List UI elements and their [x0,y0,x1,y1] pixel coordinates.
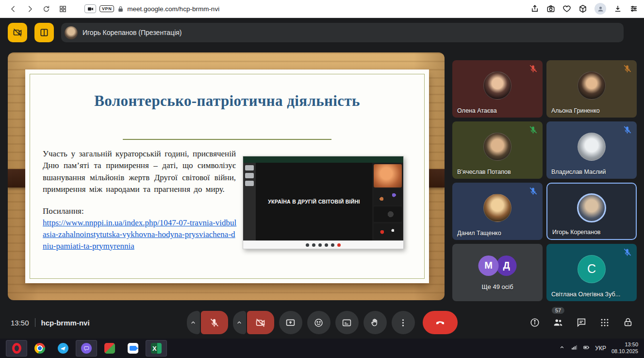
url-text[interactable]: meet.google.com/hcp-brmm-nvi [127,5,219,13]
overflow-avatar-initial: Д [496,256,517,276]
participant-avatar [577,193,606,222]
presentation-stage[interactable]: Волонтерсько-патріотична діяльність Учас… [8,52,445,300]
divider [35,318,35,327]
participant-avatar [483,71,512,100]
participants-grid: Олена Атаєва Альона Гриненко В’ячеслав П… [452,60,637,301]
meet-control-bar: 13:50 hcp-brmm-nvi [0,307,644,339]
slide-link-block: Посилання: https://www.nnppi.in.ua/index… [43,206,237,252]
meet-top-bar: Игорь Корепанов (Презентація) [8,22,636,43]
reload-button[interactable] [39,1,53,16]
participant-name: В’ячеслав Потапов [457,169,511,175]
participant-tile[interactable]: Альона Гриненко [546,60,637,118]
language-indicator[interactable]: УКР [595,345,606,352]
taskbar-telegram-icon[interactable] [52,340,74,357]
participant-name: Игорь Корепанов [552,229,601,236]
participant-tile[interactable]: В’ячеслав Потапов [452,121,543,179]
snapshot-camera-icon[interactable] [546,4,555,13]
slide-title: Волонтерсько-патріотична діяльність [35,92,419,110]
embed-participant-thumb [374,164,402,188]
system-tray: УКР 13:50 08.10.2025 [559,341,644,355]
more-options-button[interactable] [392,311,415,334]
profile-avatar[interactable] [594,3,606,15]
slide-body-text: Участь у загальній кураторській годині, … [43,148,236,195]
participant-name: Данил Тащенко [457,230,501,237]
tray-expand-icon[interactable] [559,344,565,353]
battery-icon[interactable] [583,344,590,353]
presenter-avatar [65,26,78,39]
participant-tile[interactable]: С Світлана Олегівна Зуб... [546,244,637,301]
reactions-button[interactable] [307,311,330,334]
presenter-banner[interactable]: Игорь Корепанов (Презентація) [61,23,624,42]
back-button[interactable] [6,1,20,16]
taskbar-excel-icon[interactable]: X [146,340,167,357]
address-bar[interactable]: VPN meet.google.com/hcp-brmm-nvi [84,4,219,13]
mic-mute-button[interactable] [201,311,228,334]
participant-name: Альона Гриненко [551,107,600,114]
participant-avatar [578,133,606,161]
browser-toolbar: VPN meet.google.com/hcp-brmm-nvi [0,0,644,18]
people-button[interactable]: 57 [553,317,563,328]
camera-off-warning-button[interactable] [8,23,27,42]
camera-in-use-badge[interactable] [84,4,96,13]
excel-letter: X [151,343,162,354]
share-page-icon[interactable] [530,4,539,13]
heart-icon[interactable] [562,4,571,13]
taskbar-redgreen-app-icon[interactable] [99,340,120,357]
embed-control-strip [243,240,403,249]
participant-tile[interactable]: Владислав Маслий [546,121,637,179]
embed-participant-thumb [374,189,402,205]
google-meet-app: Игорь Корепанов (Презентація) Волонтерсь… [0,18,644,339]
download-icon[interactable] [613,4,622,13]
participant-avatar [483,133,512,161]
embed-thumbnail-rail [243,163,256,240]
host-controls-button[interactable] [623,317,633,328]
presenter-name: Игорь Корепанов (Презентація) [83,29,182,36]
captions-button[interactable] [335,311,359,334]
end-call-button[interactable] [423,311,458,334]
taskbar-opera-icon[interactable] [6,340,27,357]
overflow-avatar-initial: М [479,256,499,276]
mic-muted-icon [528,125,538,135]
mic-muted-icon [623,125,632,135]
activities-grid-button[interactable] [599,317,610,328]
participant-tile-overflow[interactable]: М Д Ще 49 осіб [452,244,543,301]
mic-options-chevron[interactable] [187,311,200,334]
participants-count-badge: 57 [552,307,564,314]
overflow-avatars: М Д [479,256,517,276]
camera-off-button[interactable] [247,311,274,334]
forward-button[interactable] [22,1,37,16]
overflow-count-label: Ще 49 осіб [481,283,513,290]
participant-name: Олена Атаєва [457,107,497,114]
extensions-cube-icon[interactable] [578,4,587,13]
camera-options-chevron[interactable] [233,311,246,334]
mic-muted-icon [528,187,538,196]
network-icon[interactable] [571,344,578,353]
mic-muted-icon [528,64,538,73]
raise-hand-button[interactable] [363,311,387,334]
participant-tile[interactable]: Олена Атаєва [452,60,543,118]
slide-hyperlink[interactable]: https://www.nnppi.in.ua/index.php/1047-0… [43,217,237,252]
chat-button[interactable] [576,317,587,328]
meeting-code: hcp-brmm-nvi [41,319,90,327]
clock-label: 13:50 [11,319,29,327]
taskbar-viber-icon[interactable] [76,340,97,357]
participant-name: Владислав Маслий [551,169,606,175]
taskbar-chrome-icon[interactable] [29,340,50,357]
tray-clock[interactable]: 13:50 08.10.2025 [611,341,638,355]
participant-avatar-initial: С [578,255,606,283]
embed-participants-rail [372,163,403,240]
sidebar-settings-icon[interactable] [629,4,638,13]
present-screen-button[interactable] [279,311,302,334]
embed-header-strip [243,156,403,163]
mic-muted-icon [623,64,632,73]
participant-tile[interactable]: Данил Тащенко [452,183,543,240]
taskbar-zoom-icon[interactable] [122,340,144,357]
participant-avatar [578,71,606,100]
vpn-badge[interactable]: VPN [99,5,114,12]
meeting-details-button[interactable] [529,317,540,328]
slide-page: Волонтерсько-патріотична діяльність Учас… [25,69,429,283]
presenting-warning-button[interactable] [34,23,54,42]
tab-tiling-button[interactable] [55,1,70,16]
windows-taskbar: X УКР 13:50 08.10.2025 [0,339,644,358]
participant-tile-selected[interactable]: Игорь Корепанов [546,183,637,240]
